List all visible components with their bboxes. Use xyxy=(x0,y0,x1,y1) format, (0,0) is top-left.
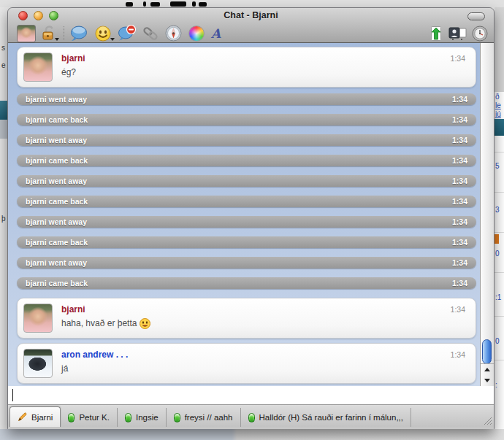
status-time: 1:34 xyxy=(452,279,467,287)
bg-text-fragment xyxy=(126,2,133,7)
tab-bar: Bjarni Petur K. Ingsie freysi // aahh Ha… xyxy=(8,405,494,427)
status-pill: bjarni came back 1:34 xyxy=(17,114,476,126)
chat-balloon-icon xyxy=(70,26,88,42)
text-caret xyxy=(12,389,13,401)
background-window-left-strip: s e þ xyxy=(0,7,7,440)
chat-tab[interactable]: Petur K. xyxy=(61,408,118,427)
status-text: bjarni came back xyxy=(26,156,88,165)
send-file-button[interactable] xyxy=(429,25,443,42)
bg-text-fragment: 3 xyxy=(495,206,500,214)
bg-text-fragment xyxy=(170,1,186,7)
status-pill: bjarni came back 1:34 xyxy=(17,196,476,207)
background-window-top-strip xyxy=(0,0,504,7)
encryption-button[interactable] xyxy=(40,25,58,42)
user-avatar-button[interactable] xyxy=(17,25,36,42)
status-available-icon xyxy=(125,413,131,422)
status-text: bjarni went away xyxy=(26,217,87,226)
message-body: bjarni haha, hvað er þetta xyxy=(61,304,150,333)
status-text: bjarni came back xyxy=(26,115,88,124)
bg-text-fragment: þ xyxy=(1,215,6,223)
emoticon-button[interactable] xyxy=(93,25,112,42)
scroll-up-button[interactable] xyxy=(481,364,494,375)
user-info-panel-icon xyxy=(448,27,467,40)
scrollbar[interactable] xyxy=(480,43,494,386)
status-text: bjarni came back xyxy=(26,279,88,287)
pencil-icon xyxy=(18,412,27,422)
dropdown-arrow-icon xyxy=(55,38,59,41)
history-button[interactable] xyxy=(472,25,488,42)
sender-name: bjarni xyxy=(61,53,85,64)
scrollbar-thumb[interactable] xyxy=(482,339,492,364)
dropdown-arrow-icon xyxy=(110,38,115,41)
status-pill: bjarni went away 1:34 xyxy=(17,216,476,228)
message-list: bjarni ég? 1:34 bjarni went away 1:34 bj… xyxy=(8,43,494,384)
chat-message-area[interactable]: bjarni ég? 1:34 bjarni went away 1:34 bj… xyxy=(8,42,494,386)
status-time: 1:34 xyxy=(452,136,467,144)
status-pill: bjarni went away 1:34 xyxy=(17,134,476,146)
color-button[interactable] xyxy=(188,25,205,42)
chat-tab[interactable]: Ingsie xyxy=(118,408,167,427)
message-time: 1:34 xyxy=(451,54,465,63)
status-time: 1:34 xyxy=(452,115,467,124)
scroll-down-button[interactable] xyxy=(481,375,494,386)
bg-band xyxy=(495,234,499,244)
chat-tab[interactable]: freysi // aahh xyxy=(167,408,241,427)
bg-text-fragment xyxy=(199,2,207,7)
window-title: Chat - Bjarni xyxy=(8,10,494,20)
message-body: bjarni ég? xyxy=(61,53,85,82)
bg-text-fragment xyxy=(143,1,146,7)
bg-text-fragment: 5 xyxy=(495,162,500,170)
message-input[interactable] xyxy=(8,386,494,405)
status-pill: bjarni came back 1:34 xyxy=(17,277,476,289)
font-button[interactable]: A xyxy=(211,25,221,42)
message-text: ég? xyxy=(61,66,76,79)
chat-tab[interactable]: Halldór (H) Sá rauði er farinn í málun,,… xyxy=(241,408,412,427)
message-text-row: já xyxy=(61,363,128,375)
bg-text-fragment: ð xyxy=(495,93,500,101)
font-icon: A xyxy=(211,26,221,41)
bg-text-fragment xyxy=(150,2,160,7)
status-available-icon xyxy=(248,413,255,422)
resize-grip[interactable] xyxy=(482,415,492,425)
chat-tab[interactable]: Bjarni xyxy=(9,406,61,427)
smiley-emoticon xyxy=(140,318,150,329)
toolbar-toggle-button[interactable] xyxy=(467,12,485,20)
message-avatar xyxy=(23,349,53,378)
status-time: 1:34 xyxy=(452,217,467,226)
tab-label: freysi // aahh xyxy=(185,413,233,422)
window-bottom-edge xyxy=(8,427,494,429)
title-bar[interactable]: Chat - Bjarni xyxy=(8,8,494,24)
user-info-button[interactable] xyxy=(448,25,467,42)
message-card: bjarni ég? 1:34 xyxy=(17,47,476,88)
message-time: 1:34 xyxy=(451,350,465,359)
status-pill: bjarni went away 1:34 xyxy=(17,257,476,269)
message-body: aron andrew . . . já xyxy=(61,349,128,378)
smiley-face-icon xyxy=(95,26,111,42)
insert-link-button[interactable] xyxy=(142,25,159,42)
block-button[interactable] xyxy=(118,25,137,42)
status-text: bjarni came back xyxy=(26,238,88,247)
chat-balloon-button[interactable] xyxy=(70,25,88,42)
status-text: bjarni went away xyxy=(26,136,87,144)
message-text-row: ég? xyxy=(61,66,85,79)
sender-name: bjarni xyxy=(61,304,150,315)
bg-band xyxy=(495,7,504,92)
webpage-button[interactable] xyxy=(165,25,182,42)
send-file-icon xyxy=(429,26,443,42)
scrollbar-arrows xyxy=(481,363,494,386)
compass-icon xyxy=(165,25,182,42)
bg-text-fragment: e xyxy=(1,61,6,69)
tab-label: Ingsie xyxy=(136,413,159,422)
bg-text-fragment: : xyxy=(495,381,497,389)
status-time: 1:34 xyxy=(452,177,467,185)
block-balloon-icon xyxy=(118,25,137,42)
bg-text-fragment xyxy=(192,1,196,7)
status-time: 1:34 xyxy=(452,156,467,165)
bg-text-fragment: 0 xyxy=(495,250,500,258)
message-text: já xyxy=(61,363,68,375)
status-time: 1:34 xyxy=(452,238,467,247)
bg-band xyxy=(495,119,504,136)
status-text: bjarni went away xyxy=(26,177,87,185)
status-pill: bjarni came back 1:34 xyxy=(17,155,476,166)
message-text-row: haha, hvað er þetta xyxy=(61,317,150,330)
